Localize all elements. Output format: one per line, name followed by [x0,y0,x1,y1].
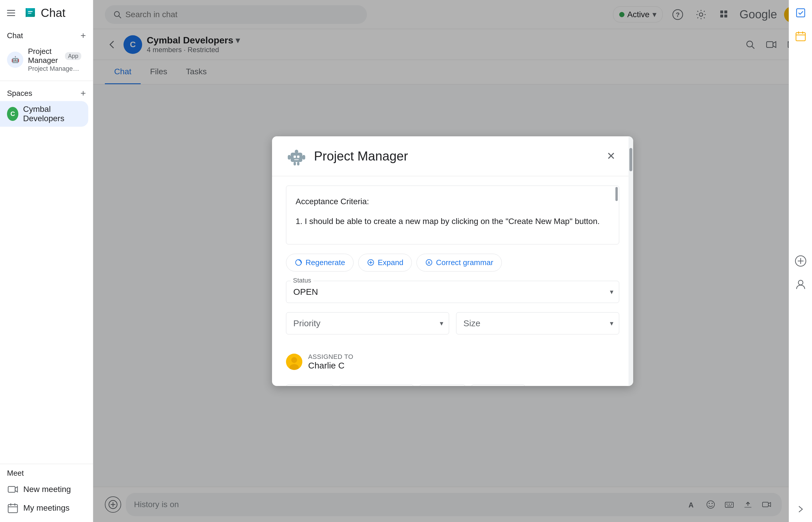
svg-rect-49 [297,156,299,158]
correct-grammar-icon: A [425,258,433,266]
add-chat-icon[interactable]: + [80,30,86,41]
chevron-right-icon [796,504,805,514]
main-area: Active ▾ ? [93,0,812,522]
svg-rect-2 [28,13,32,14]
chat-section: Chat + 🤖 Project Manager App Project Man… [0,26,93,78]
priority-field: Priority [286,312,449,335]
acceptance-criteria-body: 1. I should be able to create a new map … [296,215,610,228]
modal-header: Project Manager ✕ [272,136,633,176]
status-label: Status [291,277,313,284]
tasks-panel-button[interactable] [792,5,809,21]
sidebar-divider [0,81,93,81]
app-title: Chat [41,6,65,20]
start-button[interactable]: Start [420,384,466,386]
status-select[interactable]: OPEN [286,281,619,303]
add-panel-button[interactable] [792,253,809,269]
sidebar-item-name: Project Manager [28,47,61,65]
modal-close-button[interactable]: ✕ [603,148,619,164]
acceptance-criteria-label: Acceptance Criteria: [296,195,610,208]
svg-rect-5 [8,504,18,513]
cancel-button[interactable]: Cancel [471,384,525,386]
svg-rect-50 [294,159,299,160]
add-panel-icon [795,255,807,267]
person-panel-button[interactable] [792,276,809,293]
size-field: Size [456,312,619,335]
modal-body: Acceptance Criteria: 1. I should be able… [272,176,633,386]
chat-section-header[interactable]: Chat + [0,28,93,43]
svg-point-63 [291,357,297,363]
modal-actions: Save Assign to me [286,382,619,386]
svg-rect-39 [796,33,805,41]
correct-grammar-button[interactable]: A Correct grammar [417,254,502,272]
calendar-panel-icon [795,30,807,42]
spaces-section-header[interactable]: Spaces + [0,86,93,101]
new-meeting-item[interactable]: New meeting [0,480,93,499]
robot-icon [286,146,307,167]
meet-section-title: Meet [7,469,24,478]
svg-rect-48 [293,156,296,158]
chevron-right-panel-button[interactable] [792,501,809,517]
calendar-panel-button[interactable] [792,28,809,44]
meet-divider [0,464,93,464]
svg-rect-54 [302,155,305,160]
sidebar-item-cymbal-developers[interactable]: C Cymbal Developers [0,101,88,127]
modal-title-area: Project Manager [286,146,408,167]
modal-scrollbar[interactable] [629,136,633,386]
hamburger-menu[interactable] [7,7,19,19]
correct-grammar-label: Correct grammar [436,258,493,267]
right-panel [789,0,812,522]
priority-select-wrapper: Priority [286,312,449,335]
size-select[interactable]: Size [456,312,619,335]
sidebar-item-project-manager[interactable]: 🤖 Project Manager App Project Manager: S… [0,43,88,76]
status-select-wrapper: OPEN [286,281,619,303]
text-area-container: Acceptance Criteria: 1. I should be able… [286,185,619,244]
svg-text:A: A [428,260,430,265]
assigned-avatar [286,354,302,370]
calendar-icon [7,502,19,514]
sidebar-item-info: Project Manager App Project Manager: Sen… [28,47,81,73]
save-button[interactable]: Save [286,384,333,386]
video-icon [7,484,19,495]
project-manager-modal: Project Manager ✕ Acceptance Criteria: 1… [272,136,633,386]
svg-rect-47 [291,153,302,162]
sidebar-logo: Chat [23,6,65,20]
priority-select[interactable]: Priority [286,312,449,335]
assigned-section: ASSIGNED TO Charlie C [286,351,619,373]
expand-button[interactable]: Expand [358,254,412,272]
tasks-panel-icon [795,7,807,19]
add-space-icon[interactable]: + [80,88,86,99]
svg-rect-1 [28,11,33,12]
modal-overlay: Project Manager ✕ Acceptance Criteria: 1… [93,0,812,522]
svg-rect-3 [8,486,15,492]
meet-section-header[interactable]: Meet [0,466,93,480]
regenerate-icon [295,258,303,266]
spaces-section-title: Spaces [7,89,32,98]
text-area-scrollbar[interactable] [615,187,618,201]
hamburger-line-1 [7,10,15,11]
sidebar-header: Chat [0,0,93,26]
expand-label: Expand [378,258,403,267]
new-meeting-icon [7,484,19,495]
chat-section-title: Chat [7,31,23,40]
status-field: Status OPEN [286,281,619,303]
assign-to-me-button[interactable]: Assign to me [339,384,413,386]
assigned-name: Charlie C [308,361,353,370]
priority-label: Priority [293,318,320,328]
my-meetings-item[interactable]: My meetings [0,499,93,517]
svg-rect-53 [288,155,291,160]
expand-icon [367,258,375,266]
modal-scrollbar-thumb [629,148,632,171]
spaces-section: Spaces + C Cymbal Developers [0,83,93,129]
assigned-info: ASSIGNED TO Charlie C [308,353,353,370]
assigned-user-icon [286,354,302,370]
app-container: Chat Chat + 🤖 Project Manager App Proj [0,0,812,522]
svg-rect-38 [796,9,805,17]
regenerate-button[interactable]: Regenerate [286,254,353,272]
modal-title: Project Manager [314,149,408,163]
space-name: Cymbal Developers [23,105,81,123]
sidebar: Chat Chat + 🤖 Project Manager App Proj [0,0,93,522]
svg-point-46 [798,280,803,285]
space-avatar: C [7,107,18,121]
sidebar-item-sub: Project Manager: Sent an attachment [28,65,81,73]
my-meetings-icon [7,502,19,514]
